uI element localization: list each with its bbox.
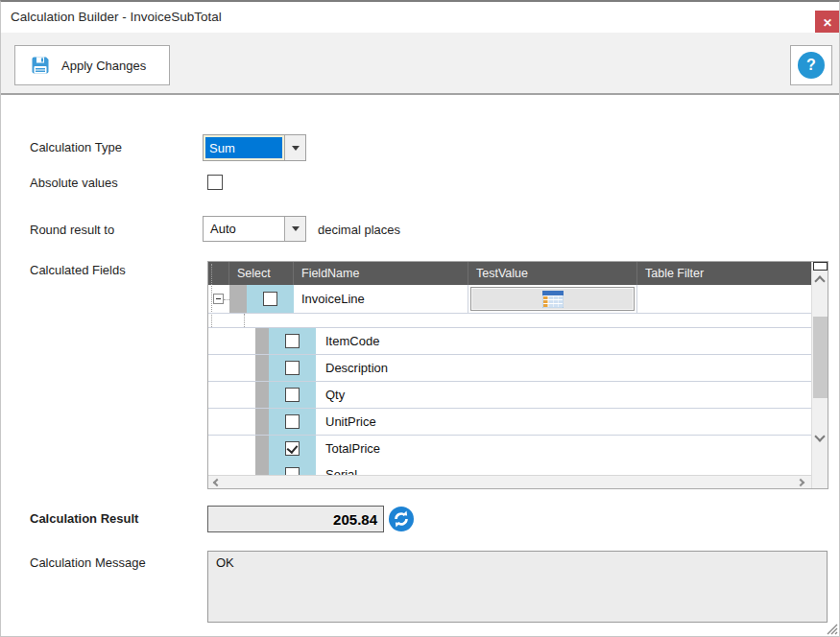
- serial-checkbox[interactable]: [285, 467, 300, 475]
- close-button[interactable]: ✕: [815, 11, 840, 35]
- apply-changes-label: Apply Changes: [61, 59, 146, 73]
- unitprice-checkbox[interactable]: [285, 414, 300, 429]
- round-result-label: Round result to: [30, 223, 114, 237]
- tablefilter-cell[interactable]: [637, 285, 811, 313]
- select-cell: [269, 436, 316, 461]
- grid-vertical-scrollbar[interactable]: [811, 262, 828, 488]
- help-icon: ?: [798, 52, 825, 79]
- row-indent-band: [255, 355, 269, 381]
- fieldname-cell[interactable]: UnitPrice: [316, 409, 811, 435]
- decimal-places-label: decimal places: [318, 223, 400, 237]
- row-indent-band: [255, 436, 269, 461]
- round-result-value[interactable]: Auto: [204, 217, 284, 241]
- scroll-left-icon[interactable]: [213, 479, 221, 486]
- recalculate-button[interactable]: [389, 507, 414, 531]
- fieldname-cell[interactable]: Serial: [316, 461, 811, 475]
- select-cell: [269, 328, 316, 354]
- fieldname-cell[interactable]: InvoiceLine: [294, 285, 468, 313]
- scroll-right-icon[interactable]: [797, 479, 804, 486]
- grid-row-serial[interactable]: Serial: [208, 461, 811, 475]
- grid-header-fieldname[interactable]: FieldName: [294, 262, 468, 285]
- fieldname-cell[interactable]: Qty: [316, 382, 811, 408]
- scroll-up-icon[interactable]: [814, 275, 825, 286]
- grid-row-unitprice[interactable]: UnitPrice: [208, 409, 811, 436]
- dropdown-arrow-icon: [292, 226, 300, 231]
- fieldname-cell[interactable]: TotalPrice: [316, 436, 811, 461]
- round-result-combobox[interactable]: Auto: [203, 216, 306, 242]
- grid-row-description[interactable]: Description: [208, 355, 811, 382]
- calculation-builder-dialog: Calculation Builder - InvoiceSubTotal ✕ …: [0, 0, 840, 637]
- calculated-fields-grid: Select FieldName TestValue Table Filter …: [207, 261, 828, 489]
- fieldname-cell[interactable]: Description: [316, 355, 811, 381]
- calculation-result-label: Calculation Result: [30, 511, 138, 526]
- grid-row-totalprice[interactable]: TotalPrice: [208, 436, 811, 462]
- itemcode-checkbox[interactable]: [285, 334, 300, 348]
- grid-row-qty[interactable]: Qty: [208, 382, 811, 409]
- row-indent-band: [255, 328, 269, 354]
- fieldname-cell[interactable]: ItemCode: [316, 328, 811, 354]
- grid-row-invoiceline[interactable]: InvoiceLine: [208, 285, 811, 314]
- invoiceline-checkbox[interactable]: [263, 292, 277, 306]
- calculation-message-field[interactable]: OK: [207, 551, 828, 623]
- refresh-icon: [389, 507, 414, 531]
- qty-checkbox[interactable]: [285, 388, 300, 402]
- grid-header-testvalue[interactable]: TestValue: [468, 262, 637, 285]
- calculation-result-field[interactable]: 205.84: [207, 506, 384, 532]
- grid-row-itemcode[interactable]: ItemCode: [208, 328, 811, 355]
- row-indent-band: [255, 461, 269, 475]
- help-button[interactable]: ?: [790, 45, 832, 85]
- toolbar: Apply Changes ?: [1, 33, 839, 95]
- window-title: Calculation Builder - InvoiceSubTotal: [11, 10, 222, 24]
- grid-horizontal-scrollbar[interactable]: [208, 475, 811, 488]
- minus-icon: [216, 298, 221, 299]
- testvalue-cell: [468, 285, 637, 313]
- apply-changes-button[interactable]: Apply Changes: [14, 45, 170, 85]
- select-cell: [269, 461, 316, 475]
- grid-header-tablefilter[interactable]: Table Filter: [637, 262, 811, 285]
- title-bar: Calculation Builder - InvoiceSubTotal ✕: [1, 2, 839, 33]
- grid-header-select[interactable]: Select: [229, 262, 294, 285]
- row-indent-band: [229, 285, 247, 313]
- dropdown-arrow-icon: [292, 146, 300, 151]
- testvalue-table-button[interactable]: [470, 287, 635, 311]
- totalprice-checkbox[interactable]: [285, 441, 300, 456]
- select-cell: [269, 382, 316, 408]
- row-indent-band: [255, 409, 269, 435]
- close-icon: ✕: [823, 16, 832, 30]
- select-cell: [247, 285, 294, 313]
- calculation-message-label: Calculation Message: [30, 555, 146, 570]
- select-cell: [269, 355, 316, 381]
- description-checkbox[interactable]: [285, 361, 300, 375]
- calculation-type-value[interactable]: Sum: [204, 135, 284, 160]
- absolute-values-checkbox[interactable]: [207, 175, 223, 190]
- save-icon: [29, 54, 52, 77]
- resize-grip[interactable]: [823, 620, 838, 635]
- calculated-fields-label: Calculated Fields: [30, 263, 126, 277]
- calculation-type-dropdown-button[interactable]: [284, 135, 305, 160]
- select-cell: [269, 409, 316, 435]
- row-indent-band: [255, 382, 269, 408]
- vertical-scrollbar-thumb[interactable]: [813, 317, 828, 398]
- scroll-down-icon[interactable]: [814, 431, 825, 441]
- tree-collapse-button[interactable]: [213, 294, 224, 304]
- grid-row-partial-clip: Serial: [208, 461, 811, 475]
- grid-header-row: Select FieldName TestValue Table Filter: [208, 262, 811, 285]
- round-result-dropdown-button[interactable]: [284, 217, 305, 241]
- table-icon: [542, 291, 564, 308]
- grid-child-rows: ItemCode Description Qty: [208, 327, 811, 462]
- absolute-values-label: Absolute values: [30, 176, 118, 190]
- calculation-type-label: Calculation Type: [30, 140, 122, 154]
- scrollbar-split-box[interactable]: [813, 262, 828, 271]
- calculation-type-combobox[interactable]: Sum: [203, 134, 306, 161]
